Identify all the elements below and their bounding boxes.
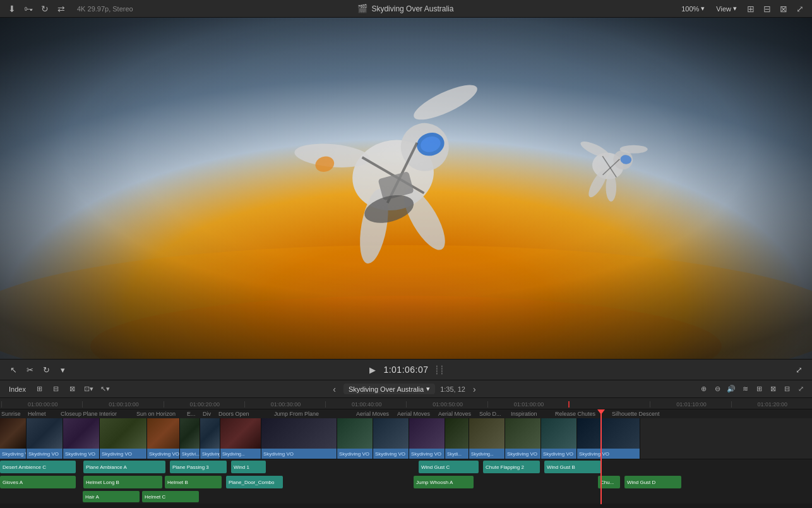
ruler-mark-1: 01:00:10:00 xyxy=(82,401,163,408)
controls-bar: ↖ ✂ ↻ ▾ ▶ 1:01:06:07 ┊┊ ⤢ xyxy=(0,359,812,380)
sync-icon[interactable]: ↻ xyxy=(39,3,51,15)
timeline-area: Index ⊞ ⊟ ⊠ ⊡▾ ↖▾ ‹ Skydiving Over Austr… xyxy=(0,380,812,504)
clip-9[interactable]: Skydiving VO xyxy=(261,418,337,459)
clip-10-label: Skydiving VO xyxy=(337,449,373,459)
project-selector[interactable]: Skydiving Over Australia ▾ xyxy=(343,384,435,394)
blade-tool-btn[interactable]: ✂ xyxy=(23,363,37,377)
grid2-icon[interactable]: ⊟ xyxy=(761,3,773,15)
project-title: Skydiving Over Australia xyxy=(371,4,453,13)
wind-1[interactable]: Wind 1 xyxy=(231,461,266,473)
top-toolbar: ⬇ 🗝 ↻ ⇄ 4K 29.97p, Stereo 🎬 Skydiving Ov… xyxy=(0,0,812,18)
clip-5-label: Skydiving VO xyxy=(147,449,179,459)
ruler-mark-5: 01:00:50:00 xyxy=(406,401,487,408)
transfer-icon[interactable]: ⇄ xyxy=(56,3,67,15)
clip-4[interactable]: Skydiving VO xyxy=(100,418,147,459)
jump-whoosh-a[interactable]: Jump Whoosh A xyxy=(414,476,474,488)
clip-13[interactable]: Skydi... xyxy=(445,418,469,459)
clip-10[interactable]: Skydiving VO xyxy=(337,418,373,459)
audio-track-1: Desert Ambience C Plane Ambiance A Plane… xyxy=(0,459,812,475)
clip-8-label: Skydiving... xyxy=(220,449,261,459)
chu[interactable]: Chu... xyxy=(598,476,620,488)
tl-grid2-icon[interactable]: ⊟ xyxy=(50,383,63,396)
clip-14[interactable]: Skydiving... xyxy=(469,418,505,459)
project-selector-chevron: ▾ xyxy=(426,385,430,393)
timeline-tracks[interactable]: Sunrise Helmet Closeup Plane Interior Su… xyxy=(0,409,812,504)
fullscreen-icon[interactable]: ⤢ xyxy=(794,3,806,15)
clip-11[interactable]: Skydiving VO xyxy=(373,418,409,459)
clip-2[interactable]: Skydiving VO xyxy=(27,418,63,459)
clip-label-div: Div xyxy=(201,411,217,417)
tl-dropdown1-icon[interactable]: ⊡▾ xyxy=(83,383,95,396)
tool-chevron-icon[interactable]: ▾ xyxy=(56,363,69,377)
plane-passing-3[interactable]: Plane Passing 3 xyxy=(170,461,227,473)
tl-grid3-icon[interactable]: ⊠ xyxy=(66,383,79,396)
ruler-mark-9: 01:01:20:00 xyxy=(731,401,812,408)
timeline-next-btn[interactable]: › xyxy=(470,383,479,396)
clip-label-solo: Solo D... xyxy=(478,411,510,417)
tl-waveform-icon[interactable]: ≋ xyxy=(739,383,751,396)
desert-ambience-c[interactable]: Desert Ambience C xyxy=(0,461,76,473)
chute-flapping-2[interactable]: Chute Flapping 2 xyxy=(483,461,540,473)
ruler-mark-2: 01:00:20:00 xyxy=(164,401,244,408)
zoom-chevron-icon: ▾ xyxy=(701,4,705,13)
zoom-level-btn[interactable]: 100% ▾ xyxy=(678,3,708,14)
tl-speaker-icon[interactable]: 🔊 xyxy=(725,383,737,396)
sync-tool-btn[interactable]: ↻ xyxy=(39,363,53,377)
import-icon[interactable]: ⬇ xyxy=(6,3,18,15)
clip-4-label: Skydiving VO xyxy=(100,449,146,459)
tl-layout1-icon[interactable]: ⊞ xyxy=(753,383,765,396)
index-button[interactable]: Index xyxy=(5,384,30,394)
clip-8[interactable]: Skydiving... xyxy=(220,418,261,459)
gloves-a[interactable]: Gloves A xyxy=(0,476,76,488)
clip-16[interactable]: Skydiving VO xyxy=(541,418,577,459)
helmet-long-b[interactable]: Helmet Long B xyxy=(83,476,162,488)
plane-door-combo[interactable]: Plane_Door_Combo xyxy=(226,476,283,488)
clip-5[interactable]: Skydiving VO xyxy=(147,418,180,459)
ctrl-right-group: ⤢ xyxy=(792,363,806,377)
clip-label-aerial1: Aerial Moves xyxy=(355,411,396,417)
expand-timeline-icon[interactable]: ⤢ xyxy=(792,363,806,377)
clip-12[interactable]: Skydiving VO xyxy=(409,418,445,459)
toolbar-center: 🎬 Skydiving Over Australia xyxy=(357,4,453,13)
wind-gust-b[interactable]: Wind Gust B xyxy=(544,461,601,473)
clip-3[interactable]: Skydiving VO xyxy=(63,418,100,459)
clip-1[interactable]: Skydiving VO xyxy=(0,418,27,459)
clip-label-silhouette: Silhouette Descent xyxy=(611,411,686,417)
tl-expand-icon[interactable]: ⤢ xyxy=(794,383,807,396)
clip-7[interactable]: Skydiving... xyxy=(200,418,220,459)
clip-label-e: E... xyxy=(186,411,201,417)
clip-17[interactable]: Skydiving VO xyxy=(577,418,640,459)
tl-select-icon[interactable]: ↖▾ xyxy=(99,383,112,396)
clip-6[interactable]: Skydivi... xyxy=(180,418,200,459)
helmet-b[interactable]: Helmet B xyxy=(165,476,222,488)
clip-3-label: Skydiving VO xyxy=(63,449,99,459)
project-selector-label: Skydiving Over Australia xyxy=(349,385,424,393)
film-icon: 🎬 xyxy=(357,4,367,13)
grid3-icon[interactable]: ⊠ xyxy=(778,3,789,15)
wind-gust-d[interactable]: Wind Gust D xyxy=(624,476,681,488)
ruler-mark-6: 01:01:00:00 xyxy=(487,401,568,408)
timeline-prev-btn[interactable]: ‹ xyxy=(330,383,338,396)
clip-16-label: Skydiving VO xyxy=(541,449,576,459)
music-track-row: Music Track Music Track Music Track xyxy=(0,504,812,504)
tl-zoom-in-icon[interactable]: ⊕ xyxy=(697,383,710,396)
plane-ambiance-a[interactable]: Plane Ambiance A xyxy=(83,461,165,473)
view-chevron-icon: ▾ xyxy=(733,4,737,13)
keyword-icon[interactable]: 🗝 xyxy=(23,3,34,15)
ruler-mark-3: 01:00:30:00 xyxy=(244,401,325,408)
timecode-display: 1:01:06:07 xyxy=(383,365,428,375)
tl-layout2-icon[interactable]: ⊠ xyxy=(767,383,779,396)
wind-gust-c[interactable]: Wind Gust C xyxy=(419,461,479,473)
tl-grid1-icon[interactable]: ⊞ xyxy=(33,383,46,396)
select-tool-btn[interactable]: ↖ xyxy=(6,363,20,377)
grid1-icon[interactable]: ⊞ xyxy=(745,3,756,15)
clip-11-label: Skydiving VO xyxy=(373,449,409,459)
helmet-c[interactable]: Helmet C xyxy=(142,491,199,502)
tl-layout3-icon[interactable]: ⊟ xyxy=(780,383,793,396)
clip-15[interactable]: Skydiving VO xyxy=(505,418,541,459)
tl-zoom-out-icon[interactable]: ⊖ xyxy=(711,383,724,396)
hair-a[interactable]: Hair A xyxy=(83,491,140,502)
view-btn[interactable]: View ▾ xyxy=(713,3,740,14)
video-clips-row: Skydiving VO Skydiving VO Skydiving VO S… xyxy=(0,418,812,459)
play-btn[interactable]: ▶ xyxy=(366,363,379,377)
